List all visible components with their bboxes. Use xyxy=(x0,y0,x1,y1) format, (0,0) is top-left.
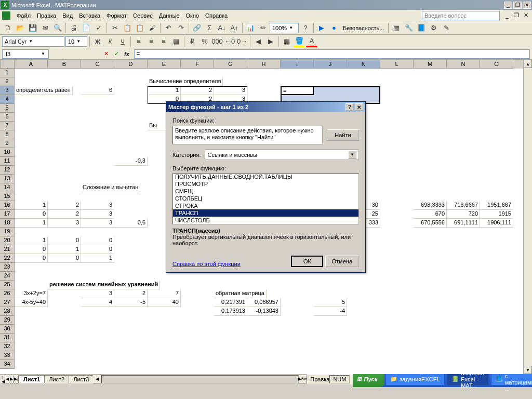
cell[interactable]: Сложение и вычитан xyxy=(81,183,140,192)
column-header[interactable]: I xyxy=(281,60,314,69)
column-header[interactable]: F xyxy=(181,60,214,69)
sheet-tab[interactable]: Лист3 xyxy=(69,375,94,383)
row-header[interactable]: 10 xyxy=(0,148,15,157)
cell[interactable]: обратная матрица xyxy=(214,289,267,298)
menu-view[interactable]: Вид xyxy=(59,11,76,20)
column-header[interactable]: O xyxy=(480,60,513,69)
security-label[interactable]: Безопасность... xyxy=(341,25,386,31)
inc-decimal-icon[interactable]: ←0 xyxy=(224,36,235,47)
cell[interactable]: 1 xyxy=(148,86,181,95)
sort-asc-icon[interactable]: A↓ xyxy=(216,22,228,34)
row-header[interactable]: 24 xyxy=(0,272,15,281)
merge-icon[interactable]: ▦ xyxy=(170,36,182,47)
row-header[interactable]: 6 xyxy=(0,113,15,122)
play-icon[interactable]: ▶ xyxy=(316,22,327,34)
category-select[interactable]: Ссылки и массивы▼ xyxy=(205,150,359,160)
controls-icon[interactable]: ⚙ xyxy=(428,22,440,34)
cell[interactable]: 0 xyxy=(15,245,48,254)
column-header[interactable]: G xyxy=(214,60,247,69)
scroll-right-icon[interactable]: ▶ầm xyxy=(299,375,307,383)
paste-icon[interactable]: 📋 xyxy=(134,22,145,34)
inc-indent-icon[interactable]: ▶ xyxy=(265,36,276,47)
cell[interactable]: 716,6667 xyxy=(447,201,480,210)
function-list-item[interactable]: ПРОСМОТР xyxy=(173,180,358,188)
design-icon[interactable]: ✎ xyxy=(441,22,452,34)
print-icon[interactable]: 🖨 xyxy=(68,22,79,34)
ok-button[interactable]: ОК xyxy=(291,256,323,267)
function-list-item[interactable]: СМЕЩ xyxy=(173,188,358,195)
doc-minimize-button[interactable]: _ xyxy=(503,12,511,19)
column-header[interactable]: D xyxy=(114,60,148,69)
cell[interactable]: 4x-5y=40 xyxy=(15,298,48,307)
row-header[interactable]: 15 xyxy=(0,192,15,201)
cell[interactable]: 2 xyxy=(114,289,148,298)
cell[interactable]: 2 xyxy=(181,86,214,95)
column-header[interactable]: A xyxy=(15,60,48,69)
chart-icon[interactable]: 📊 xyxy=(245,22,256,34)
row-header[interactable]: 23 xyxy=(0,263,15,272)
dec-decimal-icon[interactable]: 0→ xyxy=(236,36,248,47)
tab-last-icon[interactable]: ▶| xyxy=(14,375,19,383)
enter-formula-icon[interactable]: ✓ xyxy=(112,49,121,59)
cell[interactable]: 698,3333 xyxy=(414,201,447,210)
scroll-left-icon[interactable]: ◀ xyxy=(93,375,101,383)
doc-close-button[interactable]: ✕ xyxy=(522,12,530,19)
cell[interactable]: 7 xyxy=(148,289,181,298)
dialog-help-button[interactable]: ? xyxy=(345,103,354,111)
sheet-tab[interactable]: Лист2 xyxy=(44,375,69,383)
row-header[interactable]: 16 xyxy=(0,201,15,210)
cell[interactable]: -0,3 xyxy=(114,157,148,166)
bold-icon[interactable]: Ж xyxy=(92,36,103,47)
restore-button[interactable]: ❐ xyxy=(513,2,522,9)
tab-first-icon[interactable]: |◀ xyxy=(1,375,5,383)
cell[interactable]: 0 xyxy=(15,254,48,263)
function-list-item[interactable]: ПОЛУЧИТЬ.ДАННЫЕ.СВОДНОЙ.ТАБЛИЦЫ xyxy=(173,174,358,180)
close-button[interactable]: ✕ xyxy=(523,2,531,9)
row-header[interactable]: 21 xyxy=(0,245,15,254)
row-header[interactable]: 34 xyxy=(0,360,15,369)
menu-file[interactable]: Файл xyxy=(14,11,34,20)
cell[interactable]: 0 xyxy=(81,236,114,245)
row-header[interactable]: 22 xyxy=(0,254,15,263)
cell[interactable]: 1951,667 xyxy=(480,201,513,210)
cell[interactable]: 2 xyxy=(48,210,81,219)
menu-edit[interactable]: Правка xyxy=(34,11,59,20)
underline-icon[interactable]: Ч xyxy=(117,36,128,47)
cell[interactable]: 40 xyxy=(148,298,181,307)
cell[interactable]: решение систем линейных уравнений xyxy=(48,281,160,289)
row-header[interactable]: 26 xyxy=(0,289,15,298)
currency-icon[interactable]: ₽ xyxy=(187,36,198,47)
spell-icon[interactable]: ✓ xyxy=(93,22,104,34)
cell[interactable]: 0 xyxy=(48,236,81,245)
cut-icon[interactable]: ✂ xyxy=(109,22,121,34)
row-header[interactable]: 3 xyxy=(0,86,15,95)
cell[interactable]: -0,13043 xyxy=(247,307,281,316)
align-center-icon[interactable]: ≡ xyxy=(145,36,157,47)
taskbar-item[interactable]: 📁заданияEXCEL xyxy=(385,373,445,385)
cell[interactable]: 0 xyxy=(15,210,48,219)
menu-help[interactable]: Справка xyxy=(202,11,231,20)
cell[interactable]: 3 xyxy=(48,219,81,228)
row-header[interactable]: 29 xyxy=(0,316,15,325)
dialog-close-button[interactable]: ✕ xyxy=(355,103,363,111)
cell[interactable]: 1 xyxy=(15,219,48,228)
row-header[interactable]: 8 xyxy=(0,130,15,139)
cell[interactable]: 1906,111 xyxy=(480,219,513,228)
record-icon[interactable]: ● xyxy=(328,22,340,34)
function-list-item[interactable]: СТРОКА xyxy=(173,202,358,209)
cell[interactable]: 0,086957 xyxy=(247,298,281,307)
row-header[interactable]: 14 xyxy=(0,183,15,192)
column-header[interactable]: N xyxy=(447,60,480,69)
row-header[interactable]: 25 xyxy=(0,281,15,289)
cell[interactable]: определитель равен xyxy=(15,86,73,95)
row-header[interactable]: 19 xyxy=(0,228,15,236)
cancel-formula-icon[interactable]: ✕ xyxy=(101,49,111,59)
macro-icon[interactable]: ▦ xyxy=(391,22,402,34)
function-list[interactable]: ПОЛУЧИТЬ.ДАННЫЕ.СВОДНОЙ.ТАБЛИЦЫПРОСМОТРС… xyxy=(172,174,359,224)
row-header[interactable]: 11 xyxy=(0,157,15,166)
row-header[interactable]: 12 xyxy=(0,166,15,175)
fill-color-icon[interactable]: 🪣 xyxy=(294,36,305,47)
zoom-combo[interactable]: 100%▼ xyxy=(270,23,299,33)
name-box[interactable]: I3▼ xyxy=(2,49,49,59)
row-header[interactable]: 20 xyxy=(0,236,15,245)
